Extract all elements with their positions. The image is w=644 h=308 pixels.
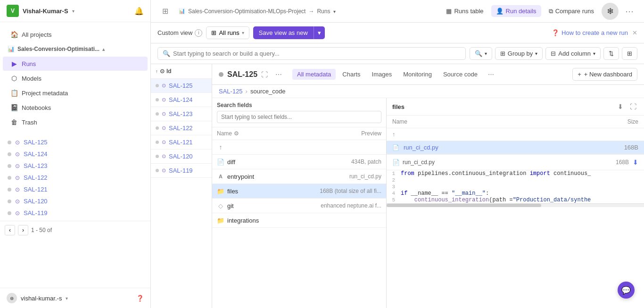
download-files-button[interactable]: ⬇ xyxy=(616,102,625,111)
run-icon: ⊙ xyxy=(15,139,20,146)
search-row: 🔍 🔍 ▾ ⊞ Group by ▾ ⊟ Add column ▾ ⇅ ⊞ xyxy=(151,43,644,64)
sidebar-item-notebooks[interactable]: 📓 Notebooks xyxy=(3,100,148,115)
file-row-entrypoint[interactable]: A entrypoint run_ci_cd.py xyxy=(212,169,386,184)
group-by-button[interactable]: ⊞ Group by ▾ xyxy=(495,47,543,60)
gear-icon[interactable]: ⚙ xyxy=(234,130,239,137)
download-code-icon[interactable]: ⬇ xyxy=(633,158,638,166)
up-arrow-icon: ↑ xyxy=(217,143,224,151)
chevron-down-icon: ▾ xyxy=(333,9,336,14)
tab-monitoring[interactable]: Monitoring xyxy=(398,69,437,80)
expand-files-button[interactable]: ⛶ xyxy=(628,102,638,111)
how-to-link[interactable]: ❓ How to create a new run ✕ xyxy=(552,29,637,36)
search-box[interactable]: 🔍 xyxy=(157,47,466,60)
layout-button[interactable]: ⊞ xyxy=(622,47,637,60)
tabs-more-button[interactable]: ⋯ xyxy=(484,69,498,80)
line-number: 1 xyxy=(387,170,401,177)
save-view-button[interactable]: Save view as new ▾ xyxy=(253,26,325,39)
files-row-up[interactable]: ↑ xyxy=(387,128,644,141)
run-item-sal125[interactable]: ⊙ SAL-125 xyxy=(0,136,150,148)
breadcrumb-run-link[interactable]: SAL-125 xyxy=(219,88,243,95)
run-tag-icon: ⊙ xyxy=(162,167,166,174)
horizontal-scrollbar[interactable] xyxy=(387,203,644,207)
add-column-button[interactable]: ⊟ Add column ▾ xyxy=(545,47,601,60)
run-more-button[interactable]: ⋯ xyxy=(272,69,286,80)
chevron-down-icon: ▾ xyxy=(593,51,595,56)
run-list-item-sal124[interactable]: ⊙ SAL-124 xyxy=(151,93,212,107)
search-options-button[interactable]: 🔍 ▾ xyxy=(470,47,492,60)
compare-runs-button[interactable]: ⧉ Compare runs xyxy=(544,5,599,17)
file-row-diff[interactable]: 📄 diff 434B, patch xyxy=(212,155,386,169)
next-page-button[interactable]: › xyxy=(18,225,28,235)
run-item-sal120[interactable]: ⊙ SAL-120 xyxy=(0,195,150,207)
code-header: 📄 run_ci_cd.py 168B ⬇ xyxy=(387,155,644,170)
file-row-files[interactable]: 📁 files 168B (total size of all fi... xyxy=(212,184,386,199)
run-list-item-sal123[interactable]: ⊙ SAL-123 xyxy=(151,107,212,121)
help-icon[interactable]: ❓ xyxy=(136,295,144,302)
prev-page-button[interactable]: ‹ xyxy=(5,225,15,235)
tab-charts[interactable]: Charts xyxy=(338,69,365,80)
runs-list: ⊙ SAL-125 ⊙ SAL-124 ⊙ SAL-123 ⊙ SAL-122 … xyxy=(0,134,150,221)
run-list-item-sal122[interactable]: ⊙ SAL-122 xyxy=(151,121,212,135)
run-list-item-sal119[interactable]: ⊙ SAL-119 xyxy=(151,164,212,178)
chat-bubble-button[interactable]: 💬 xyxy=(618,282,635,299)
run-item-sal122[interactable]: ⊙ SAL-122 xyxy=(0,172,150,183)
collapse-sidebar-button[interactable]: ⊞ xyxy=(157,4,173,18)
more-options-button[interactable]: ⋯ xyxy=(621,4,637,18)
notification-bell-icon[interactable]: 🔔 xyxy=(134,7,144,16)
file-row-git[interactable]: ◇ git enhanced neptune.ai f... xyxy=(212,199,386,213)
files-row-run-ci-cd[interactable]: 📄 run_ci_cd.py 168B xyxy=(387,141,644,154)
user-profile[interactable]: V Vishal-Kumar-S ▾ xyxy=(7,5,74,17)
tab-all-metadata[interactable]: All metadata xyxy=(292,69,336,80)
sort-button[interactable]: ⇅ xyxy=(603,47,619,60)
file-preview-diff: 434B, patch xyxy=(306,158,381,165)
layout-icon: ⊞ xyxy=(627,50,632,57)
sidebar-item-models[interactable]: ⬡ Models xyxy=(3,71,148,85)
run-list-item-sal121[interactable]: ⊙ SAL-121 xyxy=(151,135,212,150)
file-name-integrations: integrations xyxy=(227,217,306,224)
metadata-icon: 📋 xyxy=(10,89,18,97)
run-item-sal119[interactable]: ⊙ SAL-119 xyxy=(0,207,150,219)
sidebar-item-project-metadata[interactable]: 📋 Project metadata xyxy=(3,86,148,100)
new-dashboard-button[interactable]: + + New dashboard xyxy=(572,68,637,81)
breadcrumb-arrow: → xyxy=(308,8,314,15)
line-number: 2 xyxy=(387,177,401,183)
sidebar-item-trash[interactable]: 🗑 Trash xyxy=(3,115,148,129)
sidebar-item-all-projects[interactable]: 🏠 All projects xyxy=(3,27,148,42)
section-breadcrumb[interactable]: Runs ▾ xyxy=(317,8,335,15)
run-icon: ⊙ xyxy=(15,175,20,181)
fields-search-input[interactable] xyxy=(217,111,381,123)
info-icon[interactable]: i xyxy=(195,29,202,37)
code-filesize: 168B xyxy=(616,159,629,166)
file-preview-files: 168B (total size of all fi... xyxy=(306,188,381,194)
line-code: if __name__ == "__main__": xyxy=(401,190,644,197)
save-dropdown-arrow[interactable]: ▾ xyxy=(314,26,325,39)
close-icon[interactable]: ✕ xyxy=(632,29,637,36)
all-runs-button[interactable]: ⊞ All runs ▾ xyxy=(206,26,249,39)
project-header[interactable]: 📊 Sales-Conversion-Optimisati... ▴ xyxy=(0,42,150,56)
run-icon: ⊙ xyxy=(15,151,20,158)
file-row-up[interactable]: ↑ xyxy=(212,140,386,155)
file-row-integrations[interactable]: 📁 integrations xyxy=(212,213,386,228)
expand-icon[interactable]: ⛶ xyxy=(261,71,268,78)
sidebar-item-runs[interactable]: ▶ Runs xyxy=(3,57,148,71)
search-input[interactable] xyxy=(173,50,461,57)
run-details-button[interactable]: 👤 Run details xyxy=(491,5,541,17)
footer-user[interactable]: ⊛ vishal-kumar.-s ▾ xyxy=(7,293,68,303)
user-avatar-top[interactable]: ❄ xyxy=(602,3,619,20)
run-list-item-sal125[interactable]: ⊙ SAL-125 xyxy=(151,79,212,93)
tab-source-code[interactable]: Source code xyxy=(438,69,482,80)
run-item-sal123[interactable]: ⊙ SAL-123 xyxy=(0,160,150,172)
run-item-sal124[interactable]: ⊙ SAL-124 xyxy=(0,148,150,160)
runs-table-button[interactable]: ▦ Runs table xyxy=(441,5,488,17)
run-icon: ⊙ xyxy=(15,186,20,193)
run-title: SAL-125 xyxy=(227,70,257,79)
run-dot xyxy=(156,169,159,172)
git-icon: ◇ xyxy=(217,202,224,209)
code-line-2: 2 xyxy=(387,177,644,183)
filter-icon: ⊞ xyxy=(211,29,216,36)
run-item-sal121[interactable]: ⊙ SAL-121 xyxy=(0,183,150,195)
line-number: 3 xyxy=(387,183,401,190)
toolbar: Custom view i ⊞ All runs ▾ Save view as … xyxy=(151,23,644,43)
run-list-item-sal120[interactable]: ⊙ SAL-120 xyxy=(151,150,212,164)
tab-images[interactable]: Images xyxy=(367,69,397,80)
